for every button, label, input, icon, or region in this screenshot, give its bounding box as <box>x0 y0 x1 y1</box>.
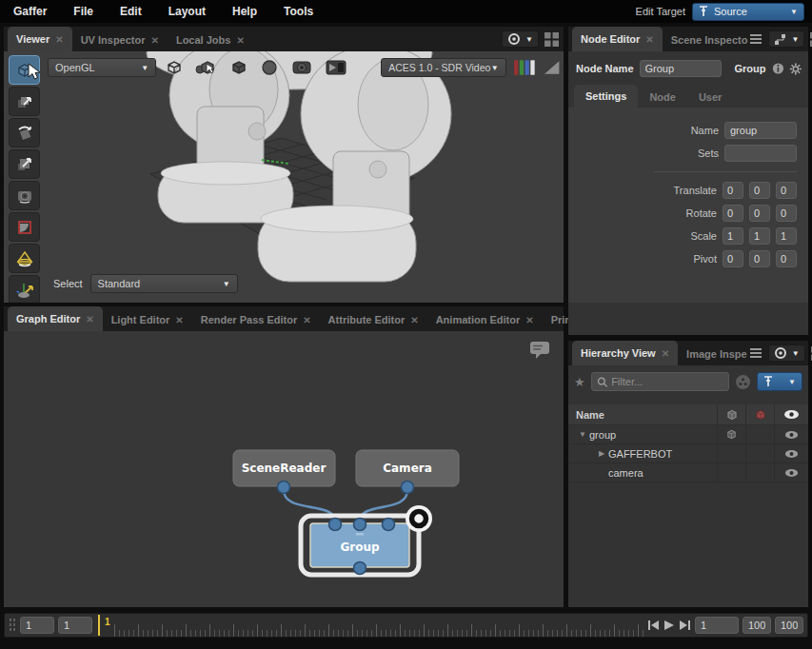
set-cell[interactable] <box>717 463 745 482</box>
select-objects-icon[interactable] <box>194 57 219 78</box>
close-tab-icon[interactable]: ✕ <box>662 348 669 359</box>
tab-render-pass-editor[interactable]: Render Pass Editor ✕ <box>192 308 320 331</box>
menu-icon[interactable] <box>749 33 762 45</box>
tab-viewer[interactable]: Viewer ✕ <box>8 27 72 51</box>
hierarchy-row-camera[interactable]: camera <box>568 463 808 482</box>
close-tab-icon[interactable]: ✕ <box>645 34 653 45</box>
timeline-start-field[interactable] <box>20 617 54 634</box>
tab-local-jobs[interactable]: Local Jobs ✕ <box>168 29 253 51</box>
rotate-z-input[interactable] <box>776 205 797 222</box>
subtab-node[interactable]: Node <box>638 87 687 108</box>
select-mode-dropdown[interactable]: Standard ▼ <box>90 274 238 293</box>
close-tab-icon[interactable]: ✕ <box>55 34 63 45</box>
input-plug[interactable] <box>354 519 366 531</box>
close-tab-icon[interactable]: ✕ <box>86 314 93 324</box>
snapshot-image-icon[interactable] <box>324 57 348 78</box>
translate-x-input[interactable] <box>723 182 743 199</box>
exclude-cell[interactable] <box>745 425 774 443</box>
subtab-user[interactable]: User <box>687 87 733 108</box>
viewport-3d[interactable]: OpenGL ▼ <box>4 51 564 303</box>
hierarchy-row-gafferbot[interactable]: ▶ GAFFERBOT <box>568 444 808 463</box>
menu-tools[interactable]: Tools <box>270 0 327 23</box>
close-tab-icon[interactable]: ✕ <box>151 35 159 46</box>
tab-uv-inspector[interactable]: UV Inspector ✕ <box>72 29 168 51</box>
exclude-cell[interactable] <box>745 463 774 482</box>
gear-icon[interactable] <box>789 61 802 77</box>
camera-view-icon[interactable] <box>289 57 314 78</box>
tab-node-editor[interactable]: Node Editor ✕ <box>572 27 663 51</box>
filter-input-wrap[interactable] <box>591 372 729 391</box>
range-end-field-2[interactable] <box>775 617 803 634</box>
solid-cube-icon[interactable] <box>228 57 249 78</box>
tab-animation-editor[interactable]: Animation Editor ✕ <box>427 308 543 331</box>
hierarchy-target-dropdown[interactable]: ▼ <box>768 344 805 362</box>
wireframe-cube-icon[interactable] <box>164 57 185 78</box>
viewer-target-dropdown[interactable]: ▼ <box>502 30 539 48</box>
rotate-y-input[interactable] <box>749 205 770 222</box>
set-column-header[interactable] <box>717 404 745 424</box>
scale-y-input[interactable] <box>749 227 770 245</box>
tab-scene-inspector[interactable]: Scene Inspecto <box>663 29 750 51</box>
close-tab-icon[interactable]: ✕ <box>303 315 310 325</box>
display-transform-dropdown[interactable]: ACES 1.0 - SDR Video ▼ <box>381 58 505 77</box>
range-end-field[interactable] <box>743 617 771 634</box>
name-input[interactable] <box>724 122 797 139</box>
set-filter-icon[interactable] <box>735 374 751 390</box>
node-group-selected[interactable]: Group <box>301 505 432 575</box>
node-graph-canvas[interactable]: SceneReader Camera Group <box>4 331 564 607</box>
set-cell[interactable] <box>717 444 745 462</box>
hierarchy-row-group[interactable]: ▼ group <box>568 425 808 444</box>
edit-target-dropdown[interactable]: Source ▼ <box>692 3 804 21</box>
light-tool-button[interactable] <box>9 244 40 273</box>
visibility-cell[interactable] <box>774 444 808 462</box>
translate-tool-button[interactable] <box>9 87 40 116</box>
menu-layout[interactable]: Layout <box>155 0 219 23</box>
pivot-z-input[interactable] <box>776 250 797 267</box>
tab-image-inspector[interactable]: Image Inspe <box>678 343 749 365</box>
node-camera[interactable]: Camera <box>356 450 459 494</box>
subtab-settings[interactable]: Settings <box>574 85 638 108</box>
gamma-triangle-icon[interactable] <box>544 60 560 75</box>
focus-ring-icon[interactable] <box>406 505 432 532</box>
scale-x-input[interactable] <box>723 227 743 245</box>
name-column-header[interactable]: Name <box>568 409 717 421</box>
tab-graph-editor[interactable]: Graph Editor ✕ <box>8 306 103 331</box>
light-gnomon-tool-button[interactable] <box>9 275 40 303</box>
visibility-cell[interactable] <box>774 425 808 443</box>
exclude-cell[interactable] <box>745 444 774 462</box>
pivot-y-input[interactable] <box>749 250 770 267</box>
input-plug[interactable] <box>383 519 395 531</box>
translate-z-input[interactable] <box>776 182 797 199</box>
timeline-ruler[interactable] <box>114 616 644 637</box>
tab-light-editor[interactable]: Light Editor ✕ <box>103 308 192 331</box>
visibility-cell[interactable] <box>774 463 808 482</box>
node-scenereader[interactable]: SceneReader <box>233 450 335 494</box>
star-icon[interactable]: ★ <box>574 375 585 389</box>
close-tab-icon[interactable]: ✕ <box>236 35 244 46</box>
shaded-sphere-icon[interactable] <box>259 57 280 78</box>
output-plug[interactable] <box>402 482 414 494</box>
annotation-icon[interactable] <box>529 341 550 360</box>
tab-hierarchy-view[interactable]: Hierarchy View ✕ <box>572 341 678 365</box>
renderer-dropdown[interactable]: OpenGL ▼ <box>48 58 156 77</box>
timeline-grip-handle[interactable] <box>9 618 16 633</box>
editor-follow-dropdown[interactable]: ▼ <box>768 30 804 48</box>
tab-attribute-editor[interactable]: Attribute Editor ✕ <box>320 308 427 331</box>
menu-gaffer[interactable]: Gaffer <box>0 0 60 23</box>
menu-help[interactable]: Help <box>219 0 270 23</box>
skip-end-icon[interactable] <box>679 620 691 631</box>
play-icon[interactable] <box>663 620 675 631</box>
crop-window-tool-button[interactable] <box>9 212 40 242</box>
output-plug[interactable] <box>278 482 290 494</box>
rgb-channels-icon[interactable] <box>514 59 536 76</box>
scale-z-input[interactable] <box>776 227 797 245</box>
close-tab-icon[interactable]: ✕ <box>525 315 533 325</box>
frame-input[interactable] <box>695 617 739 634</box>
collapse-expander-icon[interactable]: ▼ <box>576 430 589 439</box>
expand-expander-icon[interactable]: ▶ <box>595 449 608 458</box>
node-name-input[interactable] <box>640 60 722 77</box>
scale-tool-button[interactable] <box>9 149 40 179</box>
pivot-x-input[interactable] <box>723 250 743 267</box>
rotate-tool-button[interactable] <box>9 118 40 148</box>
menu-icon[interactable] <box>749 347 762 359</box>
